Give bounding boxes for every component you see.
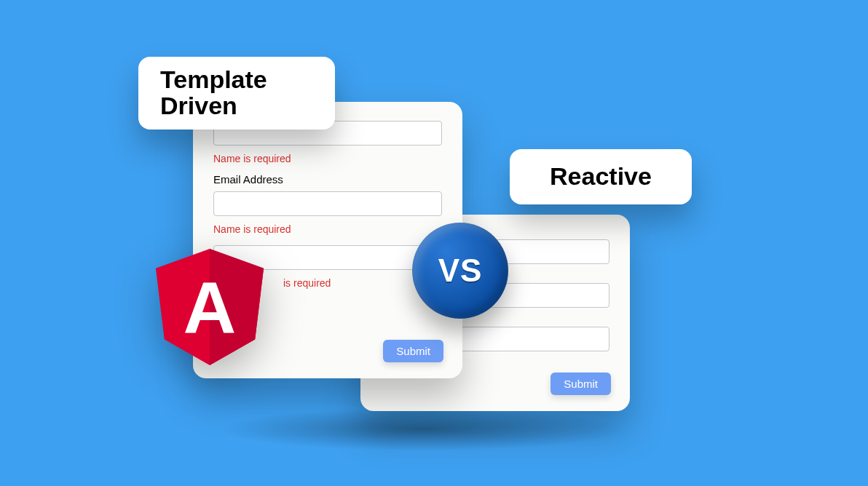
template-error-email: Name is required: [213, 223, 442, 235]
template-driven-pill: TemplateDriven: [138, 57, 335, 130]
template-error-name: Name is required: [213, 153, 442, 164]
template-label-email: Email Address: [213, 173, 442, 186]
angular-logo-icon: A: [155, 249, 264, 365]
reactive-submit-button[interactable]: Submit: [551, 373, 611, 395]
ground-shadow: [218, 407, 626, 451]
template-driven-label: TemplateDriven: [160, 67, 267, 119]
reactive-label: Reactive: [550, 164, 652, 190]
vs-badge: VS: [412, 223, 508, 319]
reactive-pill: Reactive: [510, 149, 692, 204]
vs-label: VS: [438, 252, 483, 289]
template-input-email[interactable]: [213, 191, 442, 216]
template-submit-button[interactable]: Submit: [383, 340, 443, 362]
angular-letter: A: [184, 267, 237, 348]
